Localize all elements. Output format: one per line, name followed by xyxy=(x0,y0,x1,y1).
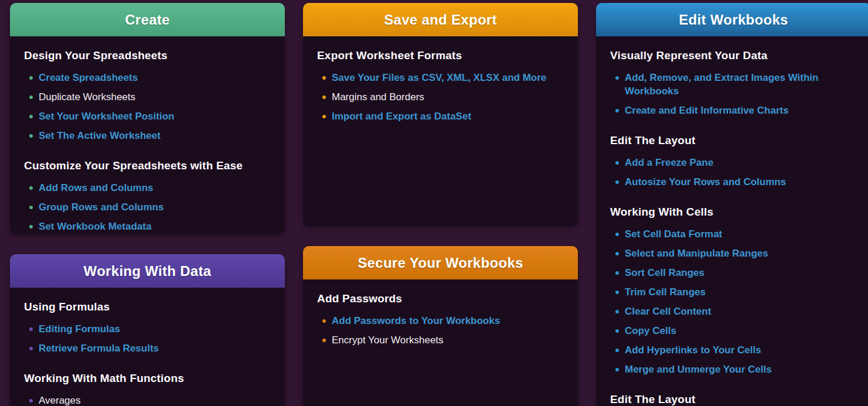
list-item-label: Averages xyxy=(39,395,81,406)
doc-link[interactable]: Autosize Your Rows and Columns xyxy=(625,176,786,187)
doc-link[interactable]: Set Workbook Metadata xyxy=(39,221,151,232)
section-visually-represent-your-data: Visually Represent Your Data Add, Remove… xyxy=(610,49,857,120)
doc-link[interactable]: Add Hyperlinks to Your Cells xyxy=(625,344,761,356)
list-item-label: Duplicate Worksheets xyxy=(39,91,135,103)
list-item: Encrypt Your Worksheets xyxy=(317,330,564,350)
column-middle: Save and Export Export Worksheet Formats… xyxy=(303,3,578,406)
list-item: Retrieve Formula Results xyxy=(24,339,271,358)
item-list: Add Rows and Columns Group Rows and Colu… xyxy=(24,178,271,234)
list-item: Select and Manipulate Ranges xyxy=(610,244,857,263)
card-header-create: Create xyxy=(10,3,285,36)
list-item: Add Passwords to Your Workbooks xyxy=(317,311,564,330)
list-item: Add Hyperlinks to Your Cells xyxy=(610,340,857,360)
card-header-working-with-data: Working With Data xyxy=(10,254,285,288)
doc-link[interactable]: Set Your Worksheet Position xyxy=(39,111,174,122)
doc-link[interactable]: Save Your Files as CSV, XML, XLSX and Mo… xyxy=(332,72,546,83)
section-heading: Working With Math Functions xyxy=(24,372,271,385)
item-list: Add Passwords to Your Workbooks Encrypt … xyxy=(317,311,564,350)
list-item: Copy Cells xyxy=(610,321,857,340)
section-edit-the-layout-2: Edit The Layout Set Custom Cell Fonts Se… xyxy=(610,393,857,406)
list-item: Duplicate Worksheets xyxy=(24,87,271,107)
list-item: Create and Edit Informative Charts xyxy=(610,101,857,120)
card-title: Create xyxy=(125,12,170,28)
card-title: Secure Your Workbooks xyxy=(358,255,523,271)
doc-link[interactable]: Create Spreadsheets xyxy=(39,72,138,83)
item-list: Add a Freeze Pane Autosize Your Rows and… xyxy=(610,153,857,192)
card-secure-your-workbooks: Secure Your Workbooks Add Passwords Add … xyxy=(303,246,578,406)
list-item: Merge and Unmerge Your Cells xyxy=(610,360,857,379)
list-item: Import and Export as DataSet xyxy=(317,107,564,126)
item-list: Averages xyxy=(24,391,271,406)
section-using-formulas: Using Formulas Editing Formulas Retrieve… xyxy=(24,301,271,358)
section-customize-your-spreadsheets: Customize Your Spreadsheets with Ease Ad… xyxy=(24,159,271,234)
doc-link[interactable]: Set The Active Worksheet xyxy=(39,130,161,141)
card-body: Add Passwords Add Passwords to Your Work… xyxy=(303,279,578,406)
list-item: Autosize Your Rows and Columns xyxy=(610,172,857,192)
card-body: Using Formulas Editing Formulas Retrieve… xyxy=(10,288,285,406)
card-working-with-data: Working With Data Using Formulas Editing… xyxy=(10,254,285,406)
doc-link[interactable]: Select and Manipulate Ranges xyxy=(625,248,768,259)
doc-link[interactable]: Set Cell Data Format xyxy=(625,228,722,240)
doc-link[interactable]: Add, Remove, and Extract Images Within W… xyxy=(625,72,818,97)
doc-link[interactable]: Merge and Unmerge Your Cells xyxy=(625,364,772,375)
doc-link[interactable]: Add Passwords to Your Workbooks xyxy=(332,315,500,326)
list-item: Set Your Worksheet Position xyxy=(24,107,271,126)
column-right: Edit Workbooks Visually Represent Your D… xyxy=(596,3,868,406)
list-item: Clear Cell Content xyxy=(610,302,857,321)
section-heading: Customize Your Spreadsheets with Ease xyxy=(24,159,271,172)
list-item: Set The Active Worksheet xyxy=(24,126,271,145)
list-item: Add Rows and Columns xyxy=(24,178,271,197)
section-heading: Working With Cells xyxy=(610,206,857,219)
doc-link[interactable]: Editing Formulas xyxy=(39,323,120,335)
list-item-label: Margins and Borders xyxy=(332,91,424,103)
list-item: Averages xyxy=(24,391,271,406)
section-heading: Visually Represent Your Data xyxy=(610,49,857,62)
doc-link[interactable]: Clear Cell Content xyxy=(625,306,711,317)
doc-link[interactable]: Add Rows and Columns xyxy=(39,182,154,193)
card-body: Export Worksheet Formats Save Your Files… xyxy=(303,36,578,226)
section-heading: Using Formulas xyxy=(24,301,271,313)
section-heading: Add Passwords xyxy=(317,292,564,305)
doc-link[interactable]: Group Rows and Columns xyxy=(39,202,164,213)
section-working-with-math-functions: Working With Math Functions Averages xyxy=(24,372,271,406)
doc-link[interactable]: Sort Cell Ranges xyxy=(625,267,704,278)
item-list: Set Cell Data Format Select and Manipula… xyxy=(610,224,857,379)
card-edit-workbooks: Edit Workbooks Visually Represent Your D… xyxy=(596,3,868,406)
doc-link[interactable]: Add a Freeze Pane xyxy=(625,157,713,168)
card-header-edit-workbooks: Edit Workbooks xyxy=(596,3,868,36)
card-save-and-export: Save and Export Export Worksheet Formats… xyxy=(303,3,578,226)
doc-link[interactable]: Trim Cell Ranges xyxy=(625,286,706,298)
section-heading: Export Worksheet Formats xyxy=(317,49,564,62)
card-title: Edit Workbooks xyxy=(679,12,788,28)
item-list: Add, Remove, and Extract Images Within W… xyxy=(610,68,857,120)
doc-link[interactable]: Retrieve Formula Results xyxy=(39,343,159,354)
list-item: Editing Formulas xyxy=(24,319,271,339)
card-body: Design Your Spreadsheets Create Spreadsh… xyxy=(10,36,285,234)
list-item-label: Encrypt Your Worksheets xyxy=(332,335,444,346)
list-item: Trim Cell Ranges xyxy=(610,282,857,302)
doc-link[interactable]: Create and Edit Informative Charts xyxy=(625,105,789,116)
section-heading: Edit The Layout xyxy=(610,134,857,147)
section-edit-the-layout-1: Edit The Layout Add a Freeze Pane Autosi… xyxy=(610,134,857,192)
column-left: Create Design Your Spreadsheets Create S… xyxy=(10,3,285,406)
item-list: Save Your Files as CSV, XML, XLSX and Mo… xyxy=(317,68,564,126)
section-heading: Design Your Spreadsheets xyxy=(24,49,271,62)
list-item: Set Cell Data Format xyxy=(610,224,857,244)
list-item: Save Your Files as CSV, XML, XLSX and Mo… xyxy=(317,68,564,87)
doc-link[interactable]: Copy Cells xyxy=(625,325,676,336)
card-header-save-and-export: Save and Export xyxy=(303,3,578,36)
list-item: Group Rows and Columns xyxy=(24,197,271,217)
list-item: Set Workbook Metadata xyxy=(24,217,271,234)
section-working-with-cells: Working With Cells Set Cell Data Format … xyxy=(610,206,857,379)
list-item: Margins and Borders xyxy=(317,87,564,107)
list-item: Create Spreadsheets xyxy=(24,68,271,87)
card-title: Working With Data xyxy=(84,263,212,279)
list-item: Sort Cell Ranges xyxy=(610,263,857,282)
list-item: Add a Freeze Pane xyxy=(610,153,857,172)
item-list: Create Spreadsheets Duplicate Worksheets… xyxy=(24,68,271,145)
list-item: Add, Remove, and Extract Images Within W… xyxy=(610,68,857,101)
doc-link[interactable]: Import and Export as DataSet xyxy=(332,111,471,122)
card-body: Visually Represent Your Data Add, Remove… xyxy=(596,36,868,406)
card-create: Create Design Your Spreadsheets Create S… xyxy=(10,3,285,234)
section-design-your-spreadsheets: Design Your Spreadsheets Create Spreadsh… xyxy=(24,49,271,145)
